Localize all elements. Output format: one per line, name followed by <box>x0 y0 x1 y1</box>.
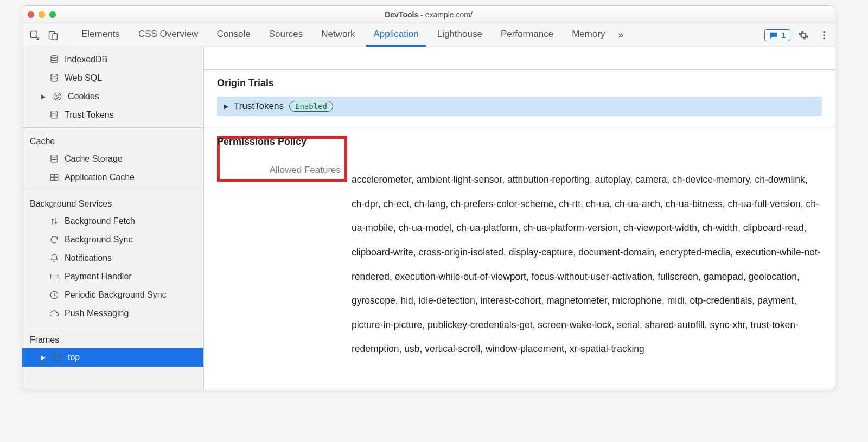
sidebar-item-label: Payment Handler <box>65 270 132 284</box>
svg-point-14 <box>51 155 58 158</box>
sidebar-item-trust-tokens[interactable]: Trust Tokens <box>22 106 203 124</box>
svg-point-3 <box>823 31 825 33</box>
close-window-button[interactable] <box>28 11 34 18</box>
application-sidebar: IndexedDBWeb SQL▶CookiesTrust Tokens Cac… <box>22 47 204 390</box>
application-content: Origin Trials ▶ TrustTokens Enabled Perm… <box>204 47 835 390</box>
tab-console[interactable]: Console <box>209 23 258 47</box>
origin-trials-title: Origin Trials <box>217 78 822 89</box>
card-icon <box>49 272 59 281</box>
frames-section: Frames ▶ top <box>22 326 203 370</box>
tab-css-overview[interactable]: CSS Overview <box>131 23 206 47</box>
titlebar: DevTools - example.com/ <box>22 6 835 23</box>
cookie-icon <box>53 92 62 101</box>
tab-performance[interactable]: Performance <box>493 23 561 47</box>
settings-icon[interactable] <box>796 28 811 43</box>
tabstrip: ElementsCSS OverviewConsoleSourcesNetwor… <box>22 23 835 47</box>
svg-point-8 <box>54 93 61 100</box>
svg-point-10 <box>58 97 59 98</box>
devtools-window: DevTools - example.com/ ElementsCSS Over… <box>22 5 835 390</box>
sidebar-item-background-fetch[interactable]: Background Fetch <box>22 212 203 230</box>
cache-section: Cache Cache StorageApplication Cache <box>22 128 203 190</box>
title-app: DevTools <box>385 10 418 19</box>
background-services-section: Background Services Background FetchBack… <box>22 190 203 326</box>
device-toolbar-icon[interactable] <box>44 26 62 44</box>
sidebar-item-label: Cache Storage <box>65 152 123 166</box>
sidebar-item-label: Notifications <box>65 251 112 265</box>
cloud-icon <box>49 309 59 318</box>
sidebar-item-label: Push Messaging <box>65 306 129 321</box>
sidebar-item-label: Background Fetch <box>65 214 135 228</box>
permissions-policy-title: Permissions Policy <box>217 136 341 148</box>
frame-top-label: top <box>68 350 80 364</box>
sidebar-item-background-sync[interactable]: Background Sync <box>22 230 203 249</box>
sidebar-item-cache-storage[interactable]: Cache Storage <box>22 150 203 168</box>
sidebar-item-cookies[interactable]: ▶Cookies <box>22 87 203 106</box>
tabs-overflow-icon[interactable]: » <box>613 29 629 41</box>
permissions-policy-section: Permissions Policy Allowed Features acce… <box>204 126 835 374</box>
updown-icon <box>49 216 59 226</box>
window-title: DevTools - example.com/ <box>22 10 835 19</box>
svg-point-12 <box>59 95 60 96</box>
caret-right-icon: ▶ <box>41 350 47 364</box>
zoom-window-button[interactable] <box>49 11 56 18</box>
frame-top[interactable]: ▶ top <box>22 348 203 367</box>
tab-network[interactable]: Network <box>314 23 362 47</box>
clock-icon <box>49 290 59 300</box>
panel-tabs: ElementsCSS OverviewConsoleSourcesNetwor… <box>74 23 613 47</box>
sidebar-item-label: Background Sync <box>65 233 132 247</box>
trial-name: TrustTokens <box>234 101 284 112</box>
sidebar-item-periodic-background-sync[interactable]: Periodic Background Sync <box>22 286 203 304</box>
grid-icon <box>49 172 59 182</box>
sidebar-item-label: Web SQL <box>65 71 102 85</box>
messages-count: 1 <box>781 31 786 40</box>
svg-rect-16 <box>55 175 58 177</box>
svg-rect-2 <box>53 33 57 40</box>
cache-heading: Cache <box>22 131 203 150</box>
svg-rect-15 <box>50 175 54 177</box>
sidebar-item-label: Application Cache <box>65 170 135 184</box>
sidebar-item-label: Trust Tokens <box>65 108 114 122</box>
tab-elements[interactable]: Elements <box>74 23 127 47</box>
svg-point-7 <box>51 74 58 77</box>
db-icon <box>49 55 59 65</box>
frame-icon <box>53 353 62 362</box>
svg-point-11 <box>57 98 58 99</box>
svg-point-4 <box>823 34 825 36</box>
origin-trials-section: Origin Trials ▶ TrustTokens Enabled <box>204 70 835 126</box>
svg-rect-19 <box>50 274 58 279</box>
sidebar-item-application-cache[interactable]: Application Cache <box>22 168 203 187</box>
sidebar-item-web-sql[interactable]: Web SQL <box>22 69 203 87</box>
divider <box>68 29 68 41</box>
sync-icon <box>49 235 59 245</box>
sidebar-item-push-messaging[interactable]: Push Messaging <box>22 304 203 323</box>
tab-lighthouse[interactable]: Lighthouse <box>430 23 490 47</box>
storage-section: IndexedDBWeb SQL▶CookiesTrust Tokens <box>22 47 203 128</box>
tab-application[interactable]: Application <box>366 23 426 47</box>
tab-sources[interactable]: Sources <box>261 23 310 47</box>
origin-trial-row[interactable]: ▶ TrustTokens Enabled <box>217 97 822 116</box>
bell-icon <box>49 253 59 263</box>
sidebar-item-payment-handler[interactable]: Payment Handler <box>22 267 203 286</box>
sidebar-item-label: Periodic Background Sync <box>65 288 167 302</box>
trial-status-badge: Enabled <box>289 101 333 112</box>
svg-point-13 <box>51 111 58 114</box>
svg-point-5 <box>823 37 825 39</box>
frames-heading: Frames <box>22 330 203 348</box>
allowed-features-label: Allowed Features <box>217 165 341 176</box>
sidebar-item-label: IndexedDB <box>65 53 107 67</box>
minimize-window-button[interactable] <box>39 11 45 18</box>
window-controls <box>28 11 56 18</box>
sidebar-item-notifications[interactable]: Notifications <box>22 249 203 267</box>
more-menu-icon[interactable] <box>816 28 832 43</box>
tab-memory[interactable]: Memory <box>564 23 612 47</box>
caret-right-icon: ▶ <box>41 89 47 104</box>
messages-badge[interactable]: 1 <box>764 29 790 41</box>
sidebar-item-indexeddb[interactable]: IndexedDB <box>22 50 203 69</box>
svg-point-6 <box>51 56 58 59</box>
db-icon <box>49 110 59 120</box>
inspect-element-icon[interactable] <box>25 26 44 44</box>
sidebar-item-label: Cookies <box>68 89 99 104</box>
allowed-features-list: accelerometer, ambient-light-sensor, att… <box>352 136 822 361</box>
content-spacer <box>204 47 835 70</box>
caret-right-icon: ▶ <box>224 103 228 110</box>
